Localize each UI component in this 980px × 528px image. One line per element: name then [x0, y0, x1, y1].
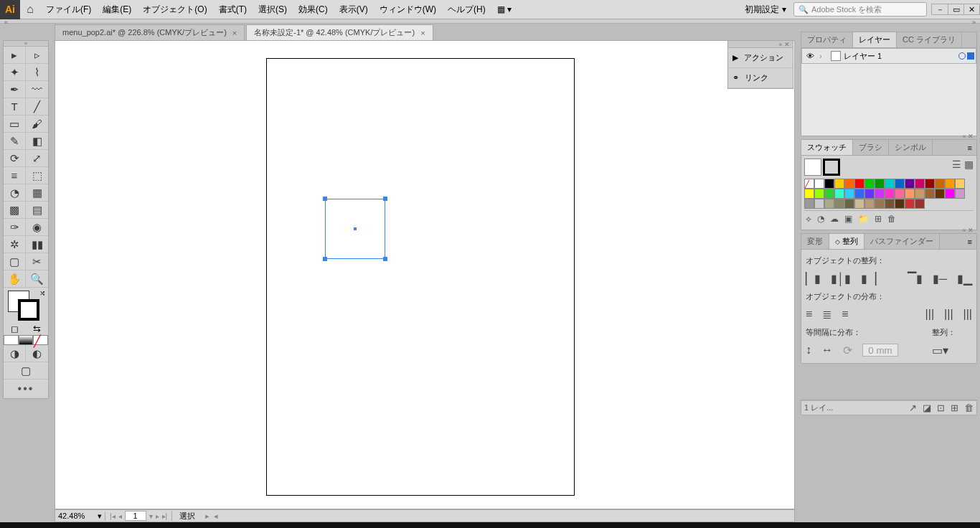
new-folder-icon[interactable]: 📁 — [858, 214, 869, 224]
draw-color[interactable] — [4, 335, 19, 345]
selection-handle[interactable] — [323, 257, 327, 261]
swatch-libraries-icon[interactable]: ⟡ — [806, 214, 811, 224]
swatch-color[interactable] — [875, 189, 885, 199]
draw-none[interactable]: ╱ — [33, 335, 48, 345]
align-left-icon[interactable]: ▏▮ — [806, 272, 821, 286]
current-fill-swatch[interactable] — [804, 159, 821, 176]
lasso-tool[interactable]: ⌇ — [26, 64, 48, 81]
collapse-panels-icon[interactable]: » — [972, 19, 976, 26]
tab-align[interactable]: ◇ 整列 — [829, 234, 864, 249]
target-icon[interactable] — [958, 52, 966, 60]
zoom-tool[interactable]: 🔍 — [26, 270, 48, 288]
magic-wand-tool[interactable]: ✦ — [4, 64, 26, 81]
swatch-color[interactable] — [915, 189, 925, 199]
selection-tool[interactable]: ▸ — [4, 47, 26, 64]
default-fs-icon[interactable]: ◻ — [4, 322, 26, 335]
swatch-color[interactable]: ╱ — [804, 179, 814, 189]
arrange-docs-icon[interactable]: ▦ ▾ — [491, 0, 517, 19]
close-tab-icon[interactable]: × — [420, 29, 425, 37]
window-maximize[interactable]: ▭ — [948, 4, 963, 14]
swatch-color[interactable] — [935, 189, 945, 199]
menu-window[interactable]: ウィンドウ(W) — [374, 0, 442, 19]
swatch-color[interactable] — [814, 189, 824, 199]
swatch-color[interactable] — [844, 179, 854, 189]
align-top-icon[interactable]: ▔▮ — [908, 272, 923, 286]
swatch-color[interactable] — [875, 179, 885, 189]
swatch-color[interactable] — [814, 199, 824, 209]
tab-pathfinder[interactable]: パスファインダー — [864, 234, 940, 249]
swatch-color[interactable] — [875, 199, 885, 209]
dist-top-icon[interactable]: ≡ — [806, 308, 812, 321]
align-to-selector[interactable]: ▭▾ — [932, 344, 948, 357]
links-panel-button[interactable]: ⚭リンク — [728, 68, 793, 88]
artboard-number[interactable]: 1 — [125, 511, 146, 521]
window-close[interactable]: ✕ — [963, 4, 979, 14]
align-right-icon[interactable]: ▮▕ — [861, 272, 876, 286]
screen-mode-icon[interactable]: ▢ — [4, 362, 48, 380]
menu-object[interactable]: オブジェクト(O) — [137, 0, 212, 19]
swatch-color[interactable] — [834, 179, 844, 189]
swatch-color[interactable] — [895, 199, 905, 209]
swatch-color[interactable] — [854, 199, 864, 209]
dist-bottom-icon[interactable]: ≡ — [842, 308, 848, 321]
align-bottom-icon[interactable]: ▮▁ — [957, 272, 972, 286]
selection-handle[interactable] — [383, 257, 387, 261]
swatch-color[interactable] — [905, 199, 915, 209]
stock-search[interactable]: 🔍Adobe Stock を検索 — [793, 2, 927, 16]
next-artboard-icon[interactable]: ▸ — [156, 512, 159, 520]
menu-view[interactable]: 表示(V) — [334, 0, 374, 19]
draw-behind-icon[interactable]: ◐ — [26, 345, 48, 362]
dist-h-spacing-icon[interactable]: ↔ — [821, 344, 833, 357]
tab-swatches[interactable]: スウォッチ — [801, 140, 853, 155]
zoom-level[interactable]: 42.48%▾ — [55, 512, 105, 521]
clipping-mask-icon[interactable]: ◪ — [923, 402, 931, 413]
shape-builder-tool[interactable]: ◔ — [4, 184, 26, 202]
tab-properties[interactable]: プロパティ — [801, 32, 853, 47]
swatch-color[interactable] — [834, 189, 844, 199]
graph-tool[interactable]: ▮▮ — [26, 236, 48, 253]
tab-cc-libraries[interactable]: CC ライブラリ — [897, 32, 962, 47]
prev-artboard-icon[interactable]: ◂ — [118, 512, 122, 520]
symbol-sprayer-tool[interactable]: ✲ — [4, 236, 26, 253]
swatch-kinds-icon[interactable]: ◔ — [817, 214, 824, 224]
panel-collapse-icon[interactable]: « ✕ — [778, 41, 790, 48]
selection-handle[interactable] — [323, 197, 327, 201]
menu-select[interactable]: 選択(S) — [253, 0, 293, 19]
swatch-color[interactable] — [824, 179, 834, 189]
current-stroke-swatch[interactable] — [823, 159, 840, 176]
fill-stroke-control[interactable]: ⤭ — [4, 288, 48, 322]
swatch-color[interactable] — [885, 179, 895, 189]
align-hcenter-icon[interactable]: ▮│▮ — [831, 272, 851, 286]
dist-v-spacing-icon[interactable]: ↕ — [806, 344, 811, 357]
swatch-color[interactable] — [945, 179, 955, 189]
swatch-color[interactable] — [915, 179, 925, 189]
swatch-color[interactable] — [854, 189, 864, 199]
type-tool[interactable]: T — [4, 98, 26, 116]
locate-object-icon[interactable]: ↗ — [909, 402, 917, 413]
panel-menu-icon[interactable]: ≡ — [963, 140, 976, 155]
swatch-color[interactable] — [864, 199, 875, 209]
dist-left-icon[interactable]: ||| — [925, 308, 934, 321]
swatch-color[interactable] — [814, 179, 824, 189]
artboard-tool[interactable]: ▢ — [4, 253, 26, 270]
swatch-color[interactable] — [844, 199, 854, 209]
blend-tool[interactable]: ◉ — [26, 219, 48, 236]
tab-layers[interactable]: レイヤー — [853, 32, 897, 47]
line-tool[interactable]: ╱ — [26, 98, 48, 116]
swatch-color[interactable] — [834, 199, 844, 209]
free-transform-tool[interactable]: ⬚ — [26, 167, 48, 184]
swatch-color[interactable] — [824, 199, 834, 209]
collapse-toolbox-icon[interactable]: « — [4, 19, 8, 26]
new-group-icon[interactable]: ▣ — [844, 214, 852, 224]
eraser-tool[interactable]: ◧ — [26, 133, 48, 150]
swatch-color[interactable] — [895, 189, 905, 199]
tab-symbols[interactable]: シンボル — [889, 140, 933, 155]
width-tool[interactable]: ≡ — [4, 167, 26, 184]
swatch-color[interactable] — [804, 189, 814, 199]
window-minimize[interactable]: － — [932, 4, 948, 14]
hand-tool[interactable]: ✋ — [4, 270, 26, 288]
menu-effect[interactable]: 効果(C) — [293, 0, 334, 19]
rectangle-tool[interactable]: ▭ — [4, 116, 26, 133]
selection-handle[interactable] — [383, 197, 387, 201]
panel-menu-icon[interactable]: ≡ — [963, 234, 976, 249]
